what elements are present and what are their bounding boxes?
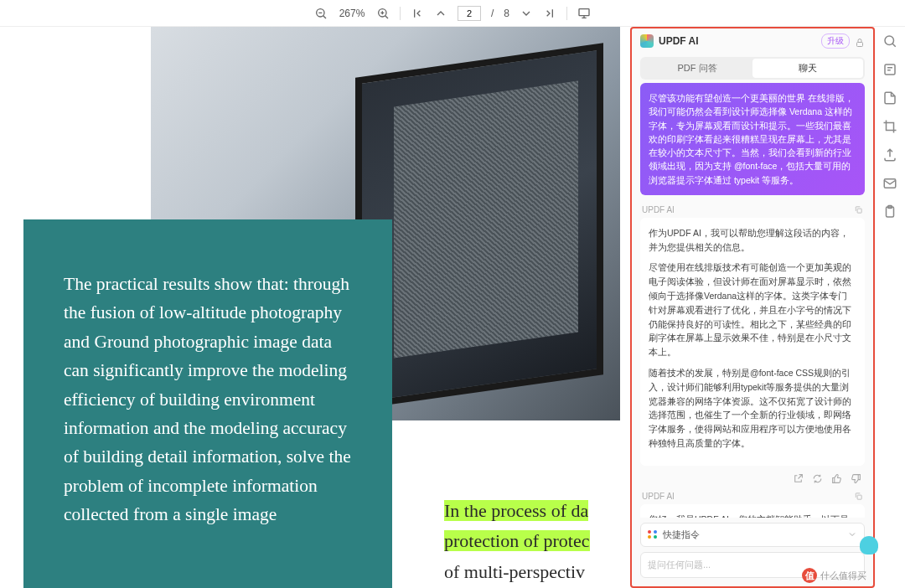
tab-pdf-qa[interactable]: PDF 问答	[642, 59, 752, 78]
svg-point-6	[885, 36, 894, 45]
quick-command-button[interactable]: 快捷指令	[640, 523, 865, 547]
last-page-icon[interactable]	[543, 7, 556, 20]
tab-chat[interactable]: 聊天	[752, 59, 863, 78]
pdf-viewer[interactable]: The practical results show that: through…	[0, 27, 630, 588]
refresh-icon[interactable]	[812, 472, 823, 483]
document-callout-box: The practical results show that: through…	[23, 219, 392, 588]
ai-panel-title: UPDF AI	[659, 35, 816, 47]
crop-icon[interactable]	[882, 119, 897, 134]
watermark-logo-icon: 值	[802, 568, 817, 583]
user-message: 尽管该功能有望创造一个更美丽的世界 在线排版，我们可能仍然会看到设计师选择像 V…	[640, 83, 865, 195]
lock-icon[interactable]	[855, 36, 865, 46]
zoom-out-icon[interactable]	[314, 7, 328, 20]
copy-icon[interactable]	[854, 205, 863, 214]
grid-dots-icon	[648, 530, 658, 540]
svg-rect-2	[579, 8, 589, 15]
pdf-toolbar: 267% / 8	[0, 0, 905, 27]
document-body-text: In the process of da protection of prote…	[444, 496, 628, 588]
page-sep: /	[491, 8, 494, 19]
callout-text: The practical results show that: through…	[64, 270, 352, 529]
page-icon[interactable]	[882, 90, 897, 106]
ocr-icon[interactable]	[882, 62, 897, 77]
search-icon[interactable]	[882, 34, 897, 49]
highlighted-text: protection of protec	[444, 530, 590, 551]
page-input[interactable]	[458, 6, 481, 21]
copy-icon[interactable]	[854, 492, 863, 501]
ai-reply: 作为UPDF AI，我可以帮助您理解这段话的内容，并为您提供相关的信息。 尽管使…	[640, 218, 865, 466]
next-page-icon[interactable]	[520, 7, 533, 20]
ai-sender-label: UPDF AI	[642, 492, 675, 501]
clipboard-icon[interactable]	[882, 204, 897, 219]
ai-sender-label: UPDF AI	[642, 205, 675, 214]
watermark: 值 什么值得买	[802, 568, 866, 583]
svg-rect-5	[857, 495, 861, 499]
chevron-down-icon	[847, 529, 857, 541]
share-icon[interactable]	[793, 472, 804, 483]
svg-rect-4	[857, 209, 861, 213]
thumbs-up-icon[interactable]	[831, 472, 842, 483]
zoom-in-icon[interactable]	[376, 7, 390, 20]
mascot-icon[interactable]	[860, 536, 878, 554]
updf-ai-logo-icon	[640, 34, 654, 48]
export-icon[interactable]	[882, 147, 897, 162]
ai-panel: UPDF AI 升级 PDF 问答 聊天 尽管该功能有望创造一个更美丽的世界 在…	[630, 27, 875, 588]
page-total: 8	[504, 8, 509, 19]
first-page-icon[interactable]	[411, 7, 424, 20]
upgrade-button[interactable]: 升级	[821, 34, 850, 49]
message-actions	[640, 471, 865, 488]
presentation-icon[interactable]	[577, 7, 591, 20]
mail-icon[interactable]	[882, 176, 897, 191]
ai-tabs: PDF 问答 聊天	[640, 57, 865, 80]
svg-rect-3	[857, 43, 863, 47]
zoom-level[interactable]: 267%	[338, 8, 366, 19]
prev-page-icon[interactable]	[434, 7, 447, 20]
thumbs-down-icon[interactable]	[851, 472, 861, 483]
right-sidebar	[875, 27, 905, 588]
ai-intro: 您好，我是UPDF AI，您的文档智能助手。以下是我可以做到的事情： 翻译：我可…	[640, 504, 865, 518]
highlighted-text: In the process of da	[444, 500, 588, 521]
